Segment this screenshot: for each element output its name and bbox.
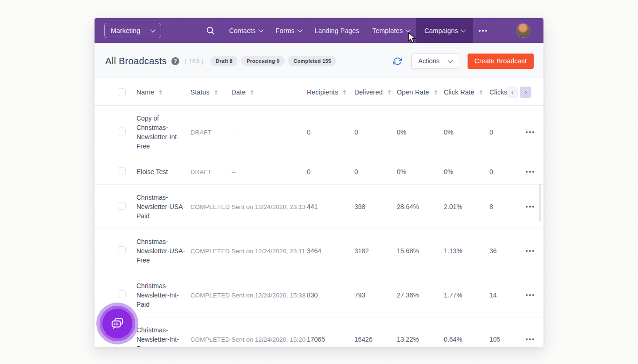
broadcast-date: -- [231, 129, 307, 136]
row-checkbox[interactable] [118, 128, 126, 135]
column-header-open-rate[interactable]: Open Rate [397, 88, 444, 96]
row-checkbox[interactable] [118, 167, 126, 175]
table-pagination: ‹ › [507, 87, 531, 98]
broadcast-clicks: 0 [489, 168, 523, 175]
scrollbar-thumb[interactable] [539, 184, 541, 221]
create-broadcast-button[interactable]: Create Broadcast [468, 54, 534, 69]
nav-item-forms[interactable]: Forms [269, 18, 308, 43]
table-row: Eloise Test DRAFT -- 0 0 0% 0% 0 [95, 159, 543, 185]
badge-draft: Draft 8 [210, 56, 238, 66]
nav-item-campaigns[interactable]: Campaigns [416, 18, 473, 43]
broadcast-name[interactable]: Christmas-Newsletter-USA-Paid [136, 185, 190, 229]
chevron-down-icon [461, 27, 466, 32]
broadcast-name[interactable]: Copy of Christmas-Newsletter-Int-Free [136, 106, 190, 159]
chat-fab[interactable] [96, 303, 138, 344]
user-avatar[interactable] [516, 24, 530, 37]
top-navbar: Marketing Contacts Forms [95, 18, 543, 43]
broadcast-name[interactable]: Christmas-Newsletter-USA-Free [136, 229, 190, 273]
broadcast-status: COMPLETED [190, 292, 231, 299]
broadcasts-table: Name Status Date Recipients Delivered [95, 79, 543, 347]
sort-icon [343, 90, 346, 94]
broadcast-click-rate: 2.01% [444, 203, 489, 210]
product-switcher[interactable]: Marketing [104, 23, 161, 38]
broadcast-date: Sent on 12/24/2020, 15:20 [231, 336, 307, 343]
broadcast-status: COMPLETED [190, 248, 231, 255]
badge-completed: Completed 155 [288, 56, 336, 66]
table-row: Christmas-Newsletter-Int-Paid COMPLETED … [95, 273, 543, 317]
help-icon[interactable]: ? [171, 57, 179, 65]
chat-bubble-icon [110, 317, 124, 330]
row-checkbox-cell [118, 202, 136, 211]
column-header-click-rate[interactable]: Click Rate [444, 88, 489, 96]
column-header-date[interactable]: Date [231, 88, 307, 96]
row-checkbox-cell [118, 290, 136, 300]
row-menu-cell [523, 250, 537, 252]
broadcast-name[interactable]: Christmas-Newsletter-Int-Free [136, 317, 190, 347]
column-header-name[interactable]: Name [136, 88, 190, 96]
column-header-recipients[interactable]: Recipients [307, 88, 354, 96]
sort-icon [159, 90, 162, 94]
broadcast-open-rate: 15.68% [397, 247, 444, 255]
next-page-button[interactable]: › [520, 87, 531, 98]
broadcast-delivered: 16426 [354, 336, 397, 343]
broadcast-delivered: 3182 [354, 247, 397, 255]
nav-item-templates[interactable]: Templates [366, 18, 417, 43]
broadcast-open-rate: 13.22% [397, 336, 444, 343]
broadcast-status: COMPLETED [190, 203, 231, 210]
app-window: Marketing Contacts Forms [95, 18, 543, 347]
row-menu-icon[interactable] [526, 206, 534, 208]
chevron-down-icon [448, 58, 453, 63]
badge-processing: Processing 0 [241, 56, 285, 66]
broadcast-delivered: 398 [354, 203, 397, 210]
sort-icon [215, 90, 217, 94]
row-menu-icon[interactable] [526, 131, 534, 133]
row-checkbox[interactable] [118, 290, 126, 298]
row-menu-icon[interactable] [526, 250, 534, 252]
nav-item-label: Templates [373, 27, 403, 34]
broadcast-click-rate: 1.77% [444, 291, 489, 299]
broadcast-clicks: 14 [489, 291, 523, 299]
table-header: Name Status Date Recipients Delivered [95, 79, 543, 106]
broadcast-open-rate: 0% [397, 168, 444, 175]
table-row: Copy of Christmas-Newsletter-Int-Free DR… [95, 106, 543, 159]
primary-nav: Contacts Forms Landing Pages Templates C… [223, 18, 493, 43]
nav-item-landing-pages[interactable]: Landing Pages [308, 18, 366, 43]
actions-button[interactable]: Actions [411, 53, 459, 69]
broadcast-click-rate: 1.13% [444, 247, 489, 255]
broadcast-click-rate: 0% [444, 168, 489, 175]
refresh-icon[interactable] [393, 56, 402, 66]
broadcast-recipients: 0 [307, 128, 354, 136]
column-header-delivered[interactable]: Delivered [354, 88, 397, 96]
broadcast-name[interactable]: Eloise Test [136, 159, 190, 184]
row-checkbox[interactable] [118, 246, 126, 254]
broadcast-click-rate: 0.64% [444, 336, 489, 343]
select-all-checkbox[interactable] [118, 88, 126, 96]
total-count: ( 163 ) [184, 58, 204, 65]
column-header-status[interactable]: Status [190, 88, 231, 96]
row-checkbox[interactable] [118, 202, 126, 210]
sort-icon [480, 90, 482, 94]
row-menu-icon[interactable] [526, 338, 534, 340]
broadcast-recipients: 0 [307, 168, 354, 175]
prev-page-button[interactable]: ‹ [507, 87, 518, 98]
table-body: Copy of Christmas-Newsletter-Int-Free DR… [95, 106, 543, 347]
broadcast-delivered: 793 [354, 291, 397, 299]
broadcast-click-rate: 0% [444, 128, 489, 136]
select-all-checkbox-cell [118, 88, 136, 96]
row-menu-icon[interactable] [526, 171, 534, 173]
nav-item-contacts[interactable]: Contacts [223, 18, 269, 43]
broadcast-name[interactable]: Christmas-Newsletter-Int-Paid [136, 273, 190, 317]
more-menu-icon[interactable] [473, 18, 493, 43]
broadcast-clicks: 105 [489, 336, 523, 343]
chevron-down-icon [405, 27, 410, 32]
nav-item-label: Forms [276, 27, 295, 34]
search-icon[interactable] [206, 26, 215, 35]
table-row: Christmas-Newsletter-Int-Free COMPLETED … [95, 317, 543, 347]
row-menu-cell [523, 206, 537, 208]
row-checkbox-cell [118, 167, 136, 176]
row-menu-icon[interactable] [526, 294, 534, 296]
broadcast-date: -- [231, 169, 307, 175]
nav-item-label: Campaigns [424, 27, 458, 34]
ellipsis-icon [479, 30, 487, 32]
broadcast-recipients: 17065 [307, 336, 354, 343]
